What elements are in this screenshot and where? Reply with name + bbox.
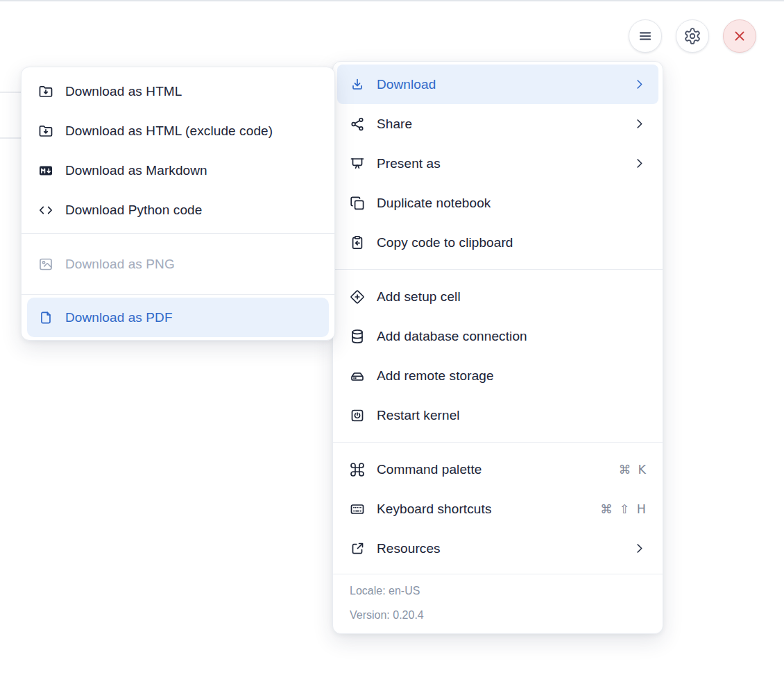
image-icon — [37, 256, 54, 273]
clipboard-arrow-icon — [349, 234, 366, 251]
database-icon — [349, 328, 366, 345]
chevron-right-icon — [633, 157, 646, 170]
menu-item-download-python-code[interactable]: Download Python code — [22, 190, 334, 230]
hamburger-icon — [636, 27, 654, 45]
notebook-page: DownloadSharePresent asDuplicate noteboo… — [0, 0, 784, 684]
menu-item-label: Download as PDF — [65, 310, 318, 325]
menu-item-label: Keyboard shortcuts — [377, 502, 589, 517]
menu-section: Command palette⌘KKeyboard shortcuts⌘⇧HRe… — [333, 443, 663, 574]
hard-drive-icon — [349, 368, 366, 384]
menu-item-share[interactable]: Share — [333, 104, 663, 144]
shortcut-key: ⌘ — [600, 502, 613, 516]
menu-item-label: Add setup cell — [377, 289, 646, 305]
chevron-right-icon — [633, 542, 646, 555]
download-icon — [349, 76, 366, 93]
folder-download-icon — [37, 83, 54, 100]
folder-download-icon — [37, 123, 54, 139]
shortcut-key: K — [638, 463, 646, 477]
settings-button[interactable] — [676, 19, 709, 53]
menu-item-copy-code-to-clipboard[interactable]: Copy code to clipboard — [333, 223, 663, 262]
menu-item-add-setup-cell[interactable]: Add setup cell — [333, 277, 663, 316]
menu-item-resources[interactable]: Resources — [333, 529, 663, 568]
menu-item-label: Add remote storage — [377, 368, 646, 384]
background-cell-line — [0, 137, 22, 139]
keyboard-shortcut: ⌘⇧H — [600, 502, 646, 516]
menu-item-label: Resources — [377, 541, 622, 556]
shortcut-key: ⌘ — [619, 463, 631, 477]
code-icon — [37, 202, 54, 219]
menu-item-add-remote-storage[interactable]: Add remote storage — [333, 356, 663, 395]
presentation-icon — [349, 155, 366, 172]
menu-item-label: Add database connection — [377, 329, 646, 344]
gear-icon — [683, 27, 701, 45]
command-icon — [349, 461, 366, 478]
menu-item-download-as-html-exclude-code[interactable]: Download as HTML (exclude code) — [22, 111, 334, 151]
diamond-plus-icon — [349, 289, 366, 305]
menu-footer: Locale: en-USVersion: 0.20.4 — [333, 574, 663, 633]
menu-item-keyboard-shortcuts[interactable]: Keyboard shortcuts⌘⇧H — [333, 489, 663, 529]
keyboard-shortcut: ⌘K — [619, 463, 646, 477]
menu-item-present-as[interactable]: Present as — [333, 144, 663, 183]
menu-item-label: Download — [377, 77, 622, 92]
download-submenu: Download as HTMLDownload as HTML (exclud… — [21, 67, 335, 341]
menu-item-label: Command palette — [377, 462, 608, 477]
menu-item-download-as-png: Download as PNG — [22, 244, 334, 284]
menu-section: Download as HTMLDownload as HTML (exclud… — [22, 67, 334, 234]
power-square-icon — [349, 407, 366, 424]
hamburger-menu-button[interactable] — [629, 19, 662, 53]
menu-item-download-as-html[interactable]: Download as HTML — [22, 71, 334, 111]
menu-item-label: Restart kernel — [377, 408, 646, 423]
menu-item-label: Present as — [377, 156, 622, 171]
menu-item-download-as-pdf[interactable]: Download as PDF — [27, 298, 329, 337]
menu-item-download-as-markdown[interactable]: Download as Markdown — [22, 151, 334, 190]
chevron-right-icon — [633, 78, 646, 91]
markdown-icon — [37, 162, 54, 179]
duplicate-icon — [349, 195, 366, 212]
menu-item-label: Download as HTML — [65, 84, 318, 99]
menu-section: DownloadSharePresent asDuplicate noteboo… — [333, 62, 663, 270]
menu-item-command-palette[interactable]: Command palette⌘K — [333, 450, 663, 489]
menu-item-download[interactable]: Download — [337, 65, 658, 104]
chevron-right-icon — [633, 117, 646, 130]
main-menu: DownloadSharePresent asDuplicate noteboo… — [332, 61, 663, 634]
menu-item-restart-kernel[interactable]: Restart kernel — [333, 395, 663, 435]
menu-item-label: Duplicate notebook — [377, 196, 646, 211]
version-text: Version: 0.20.4 — [350, 603, 646, 627]
menu-item-label: Download as Markdown — [65, 163, 318, 178]
menu-section: Download as PNG — [22, 234, 334, 295]
menu-item-label: Download as PNG — [65, 257, 318, 272]
share-icon — [349, 116, 366, 132]
shortcut-key: H — [637, 502, 646, 516]
close-button[interactable] — [723, 19, 756, 53]
shortcut-key: ⇧ — [620, 502, 630, 516]
top-toolbar — [629, 19, 756, 53]
menu-item-label: Share — [377, 117, 622, 132]
menu-item-label: Download Python code — [65, 203, 318, 218]
window-top-border — [0, 0, 784, 1]
background-cell-line — [0, 92, 22, 93]
menu-item-add-database-connection[interactable]: Add database connection — [333, 316, 663, 356]
menu-section: Download as PDF — [22, 295, 334, 340]
menu-item-label: Copy code to clipboard — [377, 235, 646, 250]
external-link-icon — [349, 540, 366, 557]
menu-section: Add setup cellAdd database connectionAdd… — [333, 270, 663, 443]
menu-item-label: Download as HTML (exclude code) — [65, 123, 318, 139]
keyboard-icon — [349, 501, 366, 518]
file-icon — [37, 309, 54, 326]
close-icon — [731, 28, 748, 44]
menu-item-duplicate-notebook[interactable]: Duplicate notebook — [333, 183, 663, 223]
locale-text: Locale: en-US — [350, 579, 646, 603]
